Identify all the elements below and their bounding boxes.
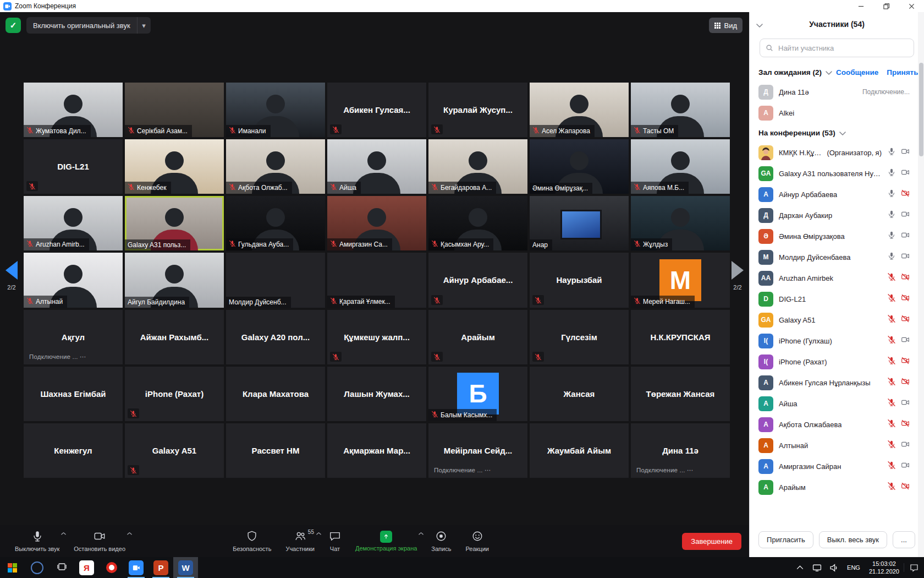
participant-tile[interactable]: Айгул Байдилдина [125, 253, 224, 307]
participant-row[interactable]: DDIG-L21 [750, 288, 924, 309]
participant-tile[interactable]: Мейірлан Сейд...Подключение ... ⋯ [428, 423, 527, 478]
participant-row[interactable]: AАйнур Арбабаева [750, 184, 924, 205]
grid-prev-page-button[interactable]: 2/2 [2, 261, 21, 291]
volume-icon[interactable] [826, 563, 843, 572]
participant-tile[interactable]: Galaxy A51 [125, 423, 224, 478]
participant-tile[interactable]: Гульдана Ауба... [226, 196, 325, 250]
chevron-up-icon[interactable] [127, 530, 132, 536]
participant-tile[interactable]: Құмкешу жалп... [327, 310, 426, 364]
panel-collapse-button[interactable] [756, 20, 763, 29]
close-button[interactable] [899, 0, 924, 12]
participant-tile[interactable]: Кенжебек [125, 139, 224, 194]
participant-tile[interactable]: Иманали [226, 83, 325, 137]
participant-tile[interactable]: Асел Жапарова [530, 83, 629, 137]
participant-row[interactable]: AАбикен Гулсая Нұрланқызы [750, 372, 924, 393]
language-indicator[interactable]: ENG [843, 564, 865, 571]
message-all-link[interactable]: Сообщение [836, 68, 878, 77]
participant-row[interactable]: AАйша [750, 393, 924, 414]
participant-tile[interactable]: АқгулПодключение ... ⋯ [24, 310, 123, 364]
participant-tile[interactable]: Клара Махатова [226, 367, 325, 421]
participant-tile[interactable]: Қасымхан Ару... [428, 196, 527, 250]
taskbar-zoom-button[interactable] [124, 557, 148, 578]
participant-tile[interactable]: Aruzhan Amirb... [24, 196, 123, 250]
participant-tile[interactable]: Galaxy A20 пол... [226, 310, 325, 364]
invite-button[interactable]: Пригласить [758, 531, 813, 548]
participant-tile[interactable]: Айнур Арбабае... [428, 253, 527, 307]
participant-tile[interactable]: Айша [327, 139, 426, 194]
participant-tile[interactable]: Алтынай [24, 253, 123, 307]
taskbar-powerpoint-button[interactable]: P [148, 557, 173, 578]
participant-tile[interactable]: Шахназ Егімбай [24, 367, 123, 421]
participant-tile[interactable]: Абикен Гулсая... [327, 83, 426, 137]
tray-expand-chevron-icon[interactable] [791, 563, 809, 572]
participant-tile[interactable]: Айжан Рахымб... [125, 310, 224, 364]
participant-tile[interactable]: Жуматова Дил... [24, 83, 123, 137]
participant-tile[interactable]: Арайым [428, 310, 527, 364]
participant-row[interactable]: GAGalaxy A31 пользователя Нурд... [750, 163, 924, 184]
participant-tile[interactable]: Серікбай Азам... [125, 83, 224, 137]
original-audio-dropdown[interactable]: ▾ [137, 17, 151, 34]
participant-row[interactable]: ӘӘмина Өмірұзақова [750, 226, 924, 247]
participant-tile[interactable]: Жансая [530, 367, 629, 421]
scrollbar-thumb[interactable] [919, 63, 923, 156]
participant-tile[interactable]: Бегайдарова А... [428, 139, 527, 194]
toolbar-participants-button[interactable]: Участники55 [278, 525, 322, 557]
taskbar-start-button[interactable] [0, 557, 25, 578]
chevron-up-icon[interactable] [419, 530, 424, 536]
view-button[interactable]: Вид [709, 18, 743, 33]
admit-all-link[interactable]: Принять [887, 68, 918, 77]
minimize-button[interactable] [848, 0, 873, 12]
original-audio-button[interactable]: Включить оригинальный звук ▾ [26, 17, 151, 34]
more-options-button[interactable]: ... [893, 531, 915, 548]
participant-tile[interactable]: ММерей Нагаш... [631, 253, 730, 307]
participant-row[interactable]: AАлтынай [750, 435, 924, 456]
toolbar-mute-button[interactable]: Выключить звук [8, 525, 67, 557]
participant-tile[interactable]: ББалым Касымх... [428, 367, 527, 421]
participant-tile[interactable]: Дина 11әПодключение ... ⋯ [631, 423, 730, 478]
taskbar-cortana-button[interactable] [25, 557, 50, 578]
toolbar-security-button[interactable]: Безопасность [226, 525, 278, 557]
participant-row[interactable]: GAGalaxy A51 [750, 309, 924, 330]
participant-tile[interactable]: Лашын Жумах... [327, 367, 426, 421]
participant-tile[interactable]: Гүлсезім [530, 310, 629, 364]
participant-tile[interactable]: Кенжегул [24, 423, 123, 478]
participant-tile[interactable]: DIG-L21 [24, 139, 123, 194]
participant-row[interactable]: AAAruzhan Amirbek [750, 268, 924, 288]
taskbar-yandex-button[interactable]: Я [74, 557, 99, 578]
participant-row[interactable]: ДДина 11әПодключение... [750, 81, 924, 102]
participant-tile[interactable]: Әмина Өмірұзақ... [530, 139, 629, 194]
participant-row[interactable]: AАқбота Олжабаева [750, 414, 924, 435]
participant-tile[interactable]: Жұлдыз [631, 196, 730, 250]
taskbar-red-circle-button[interactable] [99, 557, 124, 578]
participant-tile[interactable]: Ақмаржан Мар... [327, 423, 426, 478]
participant-tile[interactable]: Анар [530, 196, 629, 250]
participant-row[interactable]: КМҚК Н.Құл...(Организатор, я) [750, 142, 924, 163]
toolbar-chat-button[interactable]: Чат [322, 525, 348, 557]
participant-tile[interactable]: Амиргазин Са... [327, 196, 426, 250]
display-icon[interactable] [809, 563, 826, 572]
participant-row[interactable]: AАрайым [750, 477, 924, 498]
toolbar-share-button[interactable]: Демонстрация экрана [348, 525, 424, 557]
participant-row[interactable]: ДДархан Аубакир [750, 205, 924, 226]
toolbar-stop-video-button[interactable]: Остановить видео [67, 525, 133, 557]
taskbar-word-button[interactable]: W [173, 557, 198, 578]
participant-tile[interactable]: iPhone (Рахат) [125, 367, 224, 421]
participant-tile[interactable]: Наурызбай [530, 253, 629, 307]
participant-tile[interactable]: Төрежан Жансая [631, 367, 730, 421]
participant-tile[interactable]: Аяпова М.Б... [631, 139, 730, 194]
chevron-up-icon[interactable] [61, 530, 66, 536]
chevron-up-icon[interactable] [316, 530, 321, 536]
end-meeting-button[interactable]: Завершение [682, 533, 741, 550]
taskbar-clock[interactable]: 15:03:02 21.12.2020 [865, 560, 904, 576]
participant-row[interactable]: AАмиргазин Сайран [750, 456, 924, 477]
chevron-down-icon[interactable] [826, 67, 832, 77]
participant-tile[interactable]: Молдир Дуйсенб... [226, 253, 325, 307]
participant-tile[interactable]: Куралай Жусуп... [428, 83, 527, 137]
participant-row[interactable]: ММолдир Дуйсенбаева [750, 247, 924, 268]
participant-tile[interactable]: Ақбота Олжаб... [226, 139, 325, 194]
grid-next-page-button[interactable]: 2/2 [728, 261, 747, 291]
participant-tile[interactable]: Жаумбай Айым [530, 423, 629, 478]
security-shield-icon[interactable]: ✓ [6, 18, 21, 33]
participant-row[interactable]: I(iPhone (Рахат) [750, 351, 924, 372]
participant-row[interactable]: I(iPhone (Гулхаш) [750, 330, 924, 351]
